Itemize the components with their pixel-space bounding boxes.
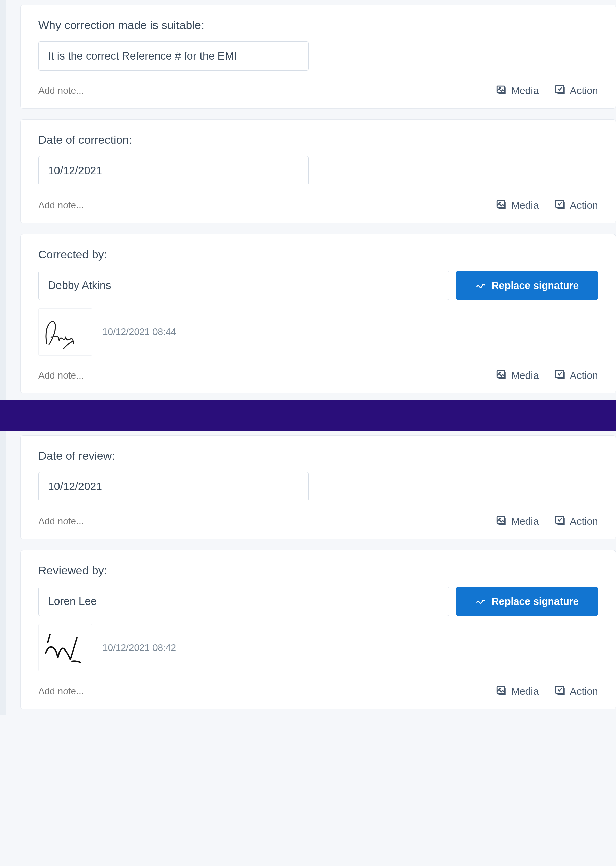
media-icon — [496, 198, 507, 212]
input-reviewed-by-name[interactable] — [38, 587, 449, 616]
input-suitability[interactable] — [38, 41, 309, 71]
media-label: Media — [511, 516, 539, 527]
action-label: Action — [570, 686, 598, 697]
label-corrected-by: Corrected by: — [38, 248, 598, 261]
action-label: Action — [570, 85, 598, 96]
replace-signature-label: Replace signature — [492, 596, 579, 607]
card-date-review: Date of review: Media — [20, 435, 616, 539]
action-button[interactable]: Action — [555, 514, 598, 528]
media-label: Media — [511, 85, 539, 96]
action-label: Action — [570, 370, 598, 381]
add-note-input[interactable] — [38, 515, 159, 528]
svg-point-10 — [499, 518, 500, 519]
media-button[interactable]: Media — [496, 198, 539, 212]
media-button[interactable]: Media — [496, 684, 539, 698]
card-reviewed-by: Reviewed by: Replace signature 10/12/202… — [20, 550, 616, 709]
action-icon — [555, 514, 566, 528]
signature-image-corrected-by — [38, 308, 92, 356]
input-date-review[interactable] — [38, 472, 309, 501]
card-suitability: Why correction made is suitable: Media — [20, 5, 616, 109]
media-label: Media — [511, 686, 539, 697]
action-icon — [555, 198, 566, 212]
media-button[interactable]: Media — [496, 514, 539, 528]
label-date-review: Date of review: — [38, 449, 598, 463]
action-label: Action — [570, 516, 598, 527]
action-label: Action — [570, 200, 598, 211]
signature-pen-icon — [475, 279, 486, 292]
media-label: Media — [511, 200, 539, 211]
signature-timestamp-reviewed-by: 10/12/2021 08:42 — [102, 642, 176, 653]
media-icon — [496, 684, 507, 698]
media-button[interactable]: Media — [496, 83, 539, 98]
replace-signature-label: Replace signature — [492, 280, 579, 291]
signature-timestamp-corrected-by: 10/12/2021 08:44 — [102, 326, 176, 337]
label-suitability: Why correction made is suitable: — [38, 19, 598, 32]
svg-point-13 — [499, 688, 500, 689]
action-icon — [555, 368, 566, 382]
action-button[interactable]: Action — [555, 368, 598, 382]
label-reviewed-by: Reviewed by: — [38, 564, 598, 577]
add-note-input[interactable] — [38, 198, 159, 212]
signature-image-reviewed-by — [38, 624, 92, 671]
svg-point-1 — [499, 87, 500, 88]
media-button[interactable]: Media — [496, 368, 539, 382]
replace-signature-button[interactable]: Replace signature — [456, 271, 598, 300]
add-note-input[interactable] — [38, 369, 159, 382]
card-date-correction: Date of correction: Media — [20, 120, 616, 223]
label-date-correction: Date of correction: — [38, 133, 598, 146]
replace-signature-button[interactable]: Replace signature — [456, 587, 598, 616]
media-icon — [496, 368, 507, 382]
action-icon — [555, 684, 566, 698]
add-note-input[interactable] — [38, 84, 159, 98]
action-button[interactable]: Action — [555, 198, 598, 212]
media-label: Media — [511, 370, 539, 381]
signature-pen-icon — [475, 595, 486, 608]
action-button[interactable]: Action — [555, 684, 598, 698]
svg-point-4 — [499, 202, 500, 203]
add-note-input[interactable] — [38, 685, 159, 698]
svg-point-7 — [499, 372, 500, 373]
action-button[interactable]: Action — [555, 83, 598, 98]
section-divider — [0, 400, 616, 431]
media-icon — [496, 83, 507, 98]
media-icon — [496, 514, 507, 528]
action-icon — [555, 83, 566, 98]
input-corrected-by-name[interactable] — [38, 271, 449, 300]
input-date-correction[interactable] — [38, 156, 309, 185]
card-corrected-by: Corrected by: Replace signature 10/12/20… — [20, 234, 616, 394]
